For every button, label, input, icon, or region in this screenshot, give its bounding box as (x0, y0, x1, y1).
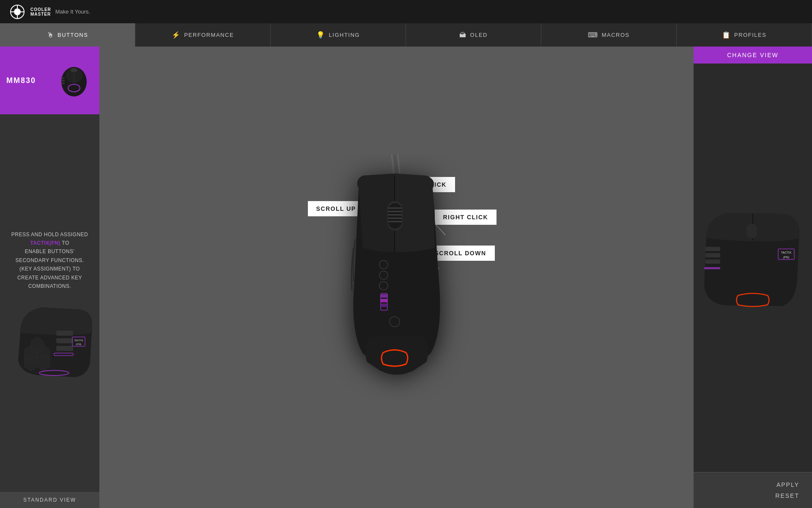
svg-rect-27 (388, 211, 402, 212)
svg-point-10 (71, 68, 77, 72)
mouse-top-view-svg (321, 155, 473, 400)
tactix-highlight: TACTIX(FN) (30, 240, 60, 246)
svg-rect-48 (705, 260, 720, 264)
logo-text: COOLER MASTER (30, 7, 51, 17)
svg-text:(FN): (FN) (76, 343, 81, 345)
svg-point-31 (379, 260, 388, 269)
tab-lighting-label: LIGHTING (329, 32, 360, 38)
svg-text:TACTIX: TACTIX (781, 251, 792, 254)
right-panel-mouse-image: TACTIX (FN) (694, 64, 812, 472)
svg-rect-28 (388, 214, 402, 215)
tab-macros-label: MACROS (602, 32, 630, 38)
bottom-buttons: APPLY RESET (694, 472, 812, 508)
apply-button[interactable]: APPLY (776, 481, 799, 488)
svg-rect-37 (381, 304, 387, 307)
device-thumbnail-svg (53, 63, 95, 97)
change-view-button[interactable]: CHANGE VIEW (694, 47, 812, 64)
sidebar-instruction: PRESS AND HOLD ASSIGNED TACTIX(FN) TO EN… (8, 230, 91, 291)
svg-text:(FN): (FN) (783, 256, 789, 259)
instruction-text4: (KEY ASSIGNMENT) TO (19, 266, 80, 272)
buttons-icon: 🖱 (47, 31, 55, 39)
tab-buttons-label: BUTTONS (58, 32, 88, 38)
navigation-tabs: 🖱 BUTTONS ⚡ PERFORMANCE 💡 LIGHTING 🏔 OLE… (0, 23, 812, 47)
oled-icon: 🏔 (459, 31, 467, 39)
main-content: WHEEL CLICK SCROLL UP RIGHT CLICK SCROLL… (99, 47, 694, 508)
instruction-text2: TO (62, 240, 69, 246)
tagline: Make It Yours. (55, 8, 90, 15)
svg-point-32 (379, 271, 388, 279)
performance-icon: ⚡ (172, 31, 181, 39)
tab-performance-label: PERFORMANCE (184, 32, 234, 38)
svg-point-33 (379, 282, 388, 290)
svg-rect-45 (746, 224, 757, 238)
profiles-icon: 📋 (722, 31, 731, 39)
standard-view-label: STANDARD VIEW (0, 492, 99, 508)
svg-rect-25 (388, 203, 402, 229)
sidebar: MM830 PRESS AND HOLD ASSIGNED TACTIX(FN)… (0, 47, 99, 508)
right-panel: CHANGE VIEW TACTIX (FN) (694, 47, 812, 508)
lighting-icon: 💡 (316, 31, 326, 39)
cooler-master-logo-icon (8, 3, 26, 21)
svg-rect-46 (705, 247, 720, 251)
device-name: MM830 (6, 76, 36, 85)
svg-point-38 (390, 317, 400, 327)
svg-text:TACTIX: TACTIX (74, 339, 83, 342)
logo-area: COOLER MASTER Make It Yours. (8, 3, 90, 21)
right-panel-mouse-svg: TACTIX (FN) (698, 204, 808, 331)
svg-rect-13 (61, 80, 65, 82)
svg-rect-14 (61, 83, 65, 84)
svg-rect-49 (704, 267, 720, 269)
svg-rect-47 (705, 253, 720, 257)
device-banner: MM830 (0, 47, 99, 114)
reset-button[interactable]: RESET (775, 492, 799, 499)
tab-lighting[interactable]: 💡 LIGHTING (271, 23, 406, 47)
tab-oled-label: OLED (470, 32, 488, 38)
tab-buttons[interactable]: 🖱 BUTTONS (0, 23, 135, 47)
instruction-text3: ENABLE BUTTONS' SECONDARY FUNCTIONS. (15, 248, 84, 263)
device-thumbnail (53, 63, 95, 98)
svg-rect-29 (388, 218, 402, 219)
svg-rect-12 (61, 77, 65, 79)
svg-rect-15 (56, 331, 73, 336)
tab-oled[interactable]: 🏔 OLED (406, 23, 541, 47)
sidebar-content: PRESS AND HOLD ASSIGNED TACTIX(FN) TO EN… (0, 114, 99, 508)
svg-point-2 (14, 8, 21, 15)
header: COOLER MASTER Make It Yours. (0, 0, 812, 23)
tab-profiles-label: PROFILES (734, 32, 766, 38)
macros-icon: ⌨ (588, 31, 598, 39)
tab-profiles[interactable]: 📋 PROFILES (677, 23, 812, 47)
svg-rect-36 (381, 299, 387, 302)
sidebar-mouse-svg: TACTIX (FN) (8, 299, 96, 384)
mouse-diagram: WHEEL CLICK SCROLL UP RIGHT CLICK SCROLL… (259, 119, 534, 436)
instruction-text5: CREATE ADVANCED KEY COMBINATIONS. (17, 275, 82, 289)
svg-rect-16 (56, 338, 73, 343)
svg-rect-17 (56, 346, 73, 351)
svg-rect-26 (388, 207, 402, 209)
svg-rect-35 (381, 294, 387, 298)
sidebar-mouse-image: TACTIX (FN) (8, 299, 92, 392)
svg-rect-30 (388, 221, 402, 222)
tab-macros[interactable]: ⌨ MACROS (541, 23, 677, 47)
tab-performance[interactable]: ⚡ PERFORMANCE (135, 23, 271, 47)
instruction-text1: PRESS AND HOLD ASSIGNED (11, 232, 88, 237)
